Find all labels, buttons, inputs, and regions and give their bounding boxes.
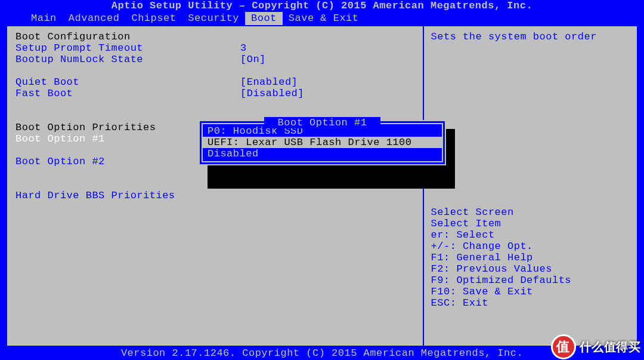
boot-cfg-row-0-label: Setup Prompt Timeout	[16, 42, 240, 54]
spacer	[16, 65, 414, 76]
help-line-6: F9: Optimized Defaults	[431, 275, 630, 286]
bios-screen: Aptio Setup Utility – Copyright (C) 2015…	[0, 0, 644, 360]
help-line-4: F1: General Help	[431, 252, 630, 263]
footer-bar: Version 2.17.1246. Copyright (C) 2015 Am…	[0, 347, 644, 360]
title-bar: Aptio Setup Utility – Copyright (C) 2015…	[0, 0, 644, 12]
hdd-bbs-priorities[interactable]: Hard Drive BBS Priorities	[16, 190, 414, 201]
boot-cfg2-row-1-value: [Disabled]	[240, 88, 304, 99]
boot-cfg2-row-0-label: Quiet Boot	[16, 76, 240, 88]
title-text: Aptio Setup Utility – Copyright (C) 2015…	[112, 0, 532, 11]
menu-bar: Main Advanced Chipset Security Boot Save…	[0, 12, 644, 25]
popup-option-0[interactable]: P0: Hoodisk SSD	[203, 125, 442, 137]
boot-cfg-row-0-value: 3	[240, 42, 247, 54]
popup-option-2[interactable]: Disabled	[203, 148, 442, 159]
boot-cfg-row-1-value: [On]	[240, 54, 266, 65]
popup-option-1[interactable]: UEFI: Lexar USB Flash Drive 1100	[203, 137, 442, 148]
boot-config-heading: Boot Configuration	[16, 31, 414, 42]
hdd-bbs-label: Hard Drive BBS Priorities	[16, 190, 240, 201]
boot-cfg-row-1[interactable]: Bootup NumLock State[On]	[16, 54, 414, 65]
boot-cfg2-row-1[interactable]: Fast Boot[Disabled]	[16, 88, 414, 99]
menu-boot[interactable]: Boot	[245, 12, 283, 25]
spacer	[16, 99, 414, 110]
right-pane: Sets the system boot order Select Screen…	[423, 25, 638, 347]
help-line-5: F2: Previous Values	[431, 263, 630, 275]
help-line-8: ESC: Exit	[431, 297, 630, 309]
menu-save-exit[interactable]: Save & Exit	[283, 12, 365, 25]
boot-cfg-row-0[interactable]: Setup Prompt Timeout3	[16, 42, 414, 54]
menu-chipset[interactable]: Chipset	[125, 12, 182, 25]
item-help: Sets the system boot order	[431, 31, 630, 207]
menu-advanced[interactable]: Advanced	[63, 12, 126, 25]
menu-main[interactable]: Main	[25, 12, 63, 25]
boot-cfg-row-1-label: Bootup NumLock State	[16, 54, 240, 65]
help-line-0: Select Screen	[431, 207, 630, 218]
help-line-1: Select Item	[431, 218, 630, 229]
key-help: Select Screen Select Item er: Select+/-:…	[431, 207, 630, 309]
boot-cfg2-row-0-value: [Enabled]	[240, 76, 298, 88]
help-line-7: F10: Save & Exit	[431, 286, 630, 297]
boot-cfg2-row-1-label: Fast Boot	[16, 88, 240, 99]
help-line-2: er: Select	[431, 229, 630, 241]
menu-security[interactable]: Security	[182, 12, 245, 25]
boot-option-popup: Boot Option #1 P0: Hoodisk SSDUEFI: Lexa…	[199, 120, 446, 165]
footer-text: Version 2.17.1246. Copyright (C) 2015 Am…	[121, 347, 523, 359]
boot-cfg2-row-0[interactable]: Quiet Boot[Enabled]	[16, 76, 414, 88]
help-line-3: +/-: Change Opt.	[431, 241, 630, 252]
